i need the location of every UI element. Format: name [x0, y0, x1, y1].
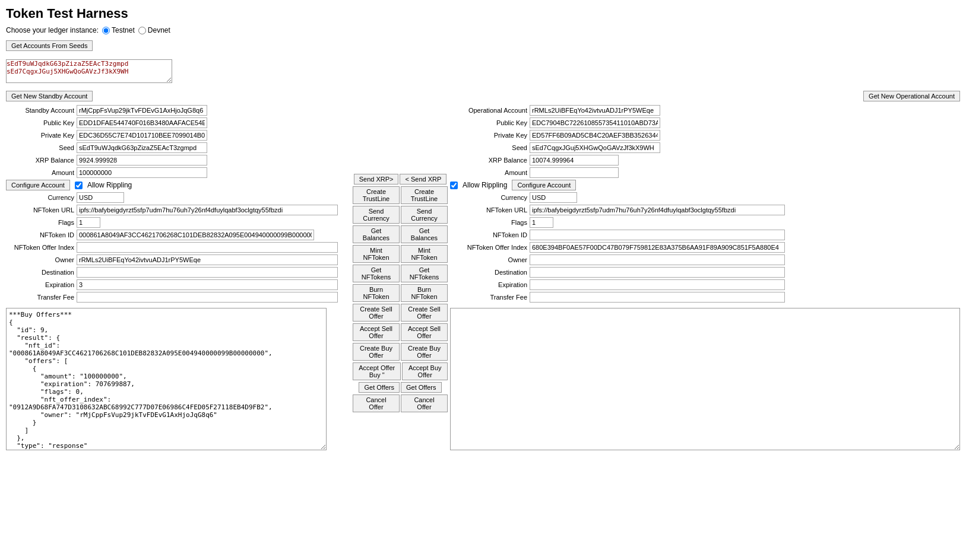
standby-expiration-input[interactable]	[77, 279, 338, 290]
accept-buy-offer-left-button[interactable]: Accept Offer Buy "	[353, 362, 401, 380]
op-account-input[interactable]	[530, 105, 660, 116]
create-buy-offer-right-button[interactable]: Create Buy Offer	[401, 343, 448, 361]
cancel-offer-left-button[interactable]: Cancel Offer	[353, 394, 400, 412]
op-amount-label: Amount	[450, 169, 527, 176]
operational-column: Get New Operational Account Operational …	[450, 91, 960, 452]
op-configure-button[interactable]: Configure Account	[512, 180, 576, 190]
get-balances-left-button[interactable]: Get Balances	[353, 225, 400, 243]
standby-allow-rippling-label: Allow Rippling	[87, 181, 132, 189]
burn-nftoken-left-button[interactable]: Burn NFToken	[353, 284, 400, 302]
op-amount-input[interactable]	[530, 167, 619, 178]
standby-currency-label: Currency	[6, 194, 74, 201]
op-transfer-fee-input[interactable]	[530, 292, 785, 303]
op-allow-rippling-label: Allow Rippling	[463, 181, 507, 189]
op-currency-row: Currency	[450, 192, 960, 203]
create-sell-offer-right-button[interactable]: Create Sell Offer	[401, 304, 448, 322]
op-nftoken-url-input[interactable]	[530, 205, 785, 215]
standby-allow-rippling-checkbox[interactable]	[75, 182, 83, 189]
get-offers-right-button[interactable]: Get Offers	[401, 382, 442, 393]
operational-output-textarea[interactable]	[450, 308, 960, 450]
create-buy-offer-left-button[interactable]: Create Buy Offer	[353, 343, 400, 361]
send-currency-right-button[interactable]: Send Currency	[401, 206, 448, 224]
get-nftokens-left-button[interactable]: Get NFTokens	[353, 265, 400, 282]
devnet-label[interactable]: Devnet	[138, 26, 170, 34]
standby-configure-button[interactable]: Configure Account	[6, 180, 70, 190]
cancel-offer-right-button[interactable]: Cancel Offer	[401, 394, 448, 412]
ledger-choice-row: Choose your ledger instance: Testnet Dev…	[6, 26, 960, 34]
op-amount-row: Amount	[450, 167, 960, 178]
op-allow-rippling-checkbox[interactable]	[450, 182, 458, 189]
op-destination-input[interactable]	[530, 267, 785, 278]
standby-flags-input[interactable]	[77, 217, 100, 228]
create-trustline-right-button[interactable]: Create TrustLine	[401, 186, 448, 204]
op-xrp-input[interactable]	[530, 155, 619, 166]
op-owner-input[interactable]	[530, 254, 785, 265]
accept-buy-offer-right-button[interactable]: Accept Buy Offer	[402, 362, 448, 380]
testnet-label[interactable]: Testnet	[102, 26, 135, 34]
create-trustline-left-button[interactable]: Create TrustLine	[353, 186, 400, 204]
op-offer-index-input[interactable]	[530, 242, 785, 253]
cancel-offer-row: Cancel Offer Cancel Offer	[353, 394, 448, 412]
middle-column: Send XRP> < Send XRP Create TrustLine Cr…	[353, 91, 448, 452]
standby-currency-input[interactable]	[77, 192, 124, 203]
send-currency-left-button[interactable]: Send Currency	[353, 206, 400, 224]
standby-seed-input[interactable]	[77, 142, 207, 153]
get-offers-left-button[interactable]: Get Offers	[359, 382, 400, 393]
standby-owner-label: Owner	[6, 256, 74, 263]
standby-xrp-row: XRP Balance	[6, 155, 350, 166]
standby-nftoken-url-label: NFToken URL	[6, 206, 74, 214]
standby-xrp-input[interactable]	[77, 155, 207, 166]
op-flags-input[interactable]	[530, 217, 553, 228]
get-nftokens-right-button[interactable]: Get NFTokens	[401, 265, 448, 282]
standby-owner-input[interactable]	[77, 254, 338, 265]
standby-destination-input[interactable]	[77, 267, 338, 278]
op-privkey-input[interactable]	[530, 130, 660, 141]
standby-account-row: Standby Account	[6, 105, 350, 116]
standby-nftoken-id-input[interactable]	[77, 230, 314, 240]
op-offer-index-row: NFToken Offer Index	[450, 242, 960, 253]
op-seed-input[interactable]	[530, 142, 660, 153]
op-nftoken-id-input[interactable]	[530, 230, 785, 240]
standby-pubkey-input[interactable]	[77, 117, 207, 128]
standby-privkey-input[interactable]	[77, 130, 207, 141]
op-pubkey-input[interactable]	[530, 117, 660, 128]
mint-nftoken-right-button[interactable]: Mint NFToken	[401, 245, 448, 263]
standby-seed-label: Seed	[6, 144, 74, 151]
standby-nftoken-url-input[interactable]	[77, 205, 338, 215]
create-sell-offer-row: Create Sell Offer Create Sell Offer	[353, 304, 448, 322]
mint-nftoken-left-button[interactable]: Mint NFToken	[353, 245, 400, 263]
mint-nftoken-row: Mint NFToken Mint NFToken	[353, 245, 448, 263]
standby-offer-index-input[interactable]	[77, 242, 338, 253]
standby-privkey-row: Private Key	[6, 130, 350, 141]
send-xrp-left-button[interactable]: < Send XRP	[400, 174, 446, 184]
create-sell-offer-left-button[interactable]: Create Sell Offer	[353, 304, 400, 322]
op-offer-index-label: NFToken Offer Index	[450, 244, 527, 251]
get-balances-right-button[interactable]: Get Balances	[401, 225, 448, 243]
standby-amount-input[interactable]	[77, 167, 207, 178]
standby-amount-label: Amount	[6, 169, 74, 176]
standby-output-textarea[interactable]: ***Buy Offers*** { "id": 9, "result": { …	[6, 308, 327, 450]
standby-transfer-fee-input[interactable]	[77, 292, 338, 303]
op-flags-label: Flags	[450, 219, 527, 226]
op-currency-input[interactable]	[530, 192, 577, 203]
burn-nftoken-right-button[interactable]: Burn NFToken	[401, 284, 448, 302]
seeds-section: Get Accounts From Seeds sEdT9uWJqdkG63pZ…	[6, 40, 960, 85]
standby-account-input[interactable]	[77, 105, 207, 116]
standby-destination-row: Destination	[6, 267, 350, 278]
get-new-standby-account-button[interactable]: Get New Standby Account	[6, 91, 93, 101]
get-new-operational-account-button[interactable]: Get New Operational Account	[863, 91, 960, 101]
accept-sell-offer-right-button[interactable]: Accept Sell Offer	[401, 323, 448, 341]
burn-nftoken-row: Burn NFToken Burn NFToken	[353, 284, 448, 302]
standby-expiration-row: Expiration	[6, 279, 350, 290]
seeds-textarea[interactable]: sEdT9uWJqdkG63pZizaZ5EAcT3zgmpd sEd7Cqgx…	[6, 59, 172, 83]
op-xrp-label: XRP Balance	[450, 157, 527, 164]
op-expiration-input[interactable]	[530, 279, 785, 290]
op-nftoken-url-label: NFToken URL	[450, 206, 527, 214]
get-accounts-from-seeds-button[interactable]: Get Accounts From Seeds	[6, 40, 93, 51]
testnet-radio[interactable]	[102, 27, 110, 34]
accept-sell-offer-left-button[interactable]: Accept Sell Offer	[353, 323, 400, 341]
devnet-radio[interactable]	[138, 27, 146, 34]
send-xrp-right-button[interactable]: Send XRP>	[354, 174, 399, 184]
standby-owner-row: Owner	[6, 254, 350, 265]
op-destination-row: Destination	[450, 267, 960, 278]
